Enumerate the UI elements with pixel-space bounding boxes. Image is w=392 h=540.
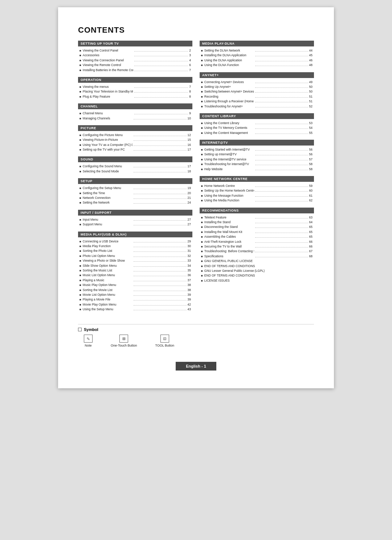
dots-separator	[255, 237, 308, 238]
bullet-icon: ■	[201, 152, 203, 157]
page-number: 46	[309, 58, 313, 63]
item-label: Sorting the Photo List	[83, 249, 132, 253]
symbol-item: ✎Note	[84, 335, 93, 347]
bullet-icon: ■	[201, 279, 203, 283]
toc-item: ■Switching between Anynet+ Devices50	[200, 89, 314, 94]
bullet-icon: ■	[79, 298, 81, 302]
dots-separator	[134, 51, 188, 52]
item-label: Specifications	[204, 254, 254, 259]
symbol-label: TOOL Button	[155, 344, 175, 347]
dots-separator	[134, 261, 187, 262]
toc-item: ■Channel Menu9	[78, 111, 192, 116]
symbol-item: ⊞One-Touch Button	[111, 335, 137, 347]
dots-separator	[255, 56, 308, 56]
page-number: 60	[309, 188, 313, 193]
bullet-icon: ■	[201, 254, 203, 259]
bullet-icon: ■	[201, 274, 203, 278]
dots-separator	[255, 165, 308, 165]
toc-item: ■Teletext Feature63	[200, 215, 314, 220]
bullet-icon: ■	[79, 116, 81, 121]
dots-separator	[255, 150, 308, 151]
page-number: 3	[189, 53, 191, 58]
symbol-icon: ⊡	[160, 335, 169, 343]
page-number: 44	[309, 48, 313, 53]
page-number: 50	[309, 89, 313, 94]
bullet-icon: ■	[201, 162, 203, 167]
dots-separator	[255, 61, 308, 61]
item-label: Using the Content Library	[204, 121, 254, 126]
dots-separator	[255, 196, 308, 197]
dots-separator	[134, 247, 187, 247]
item-label: Installing Batteries in the Remote Contr…	[83, 68, 133, 73]
dots-separator	[134, 61, 188, 61]
dots-separator	[134, 66, 188, 66]
bullet-icon: ■	[201, 216, 203, 220]
section-header: MEDIA PLAY(USB & DLNA)	[78, 232, 192, 237]
item-label: Anti-Theft Kensington Lock	[204, 240, 254, 244]
toc-item: ■Photo List Option Menu32	[78, 254, 192, 258]
section-items: ■Teletext Feature63■Installing the Stand…	[200, 214, 314, 284]
toc-item: ■Setting the Network24	[78, 200, 192, 205]
page-number: 51	[309, 94, 313, 99]
toc-item: ■Using the DLNA Application46	[200, 58, 314, 63]
bullet-icon: ■	[79, 254, 81, 258]
toc-item: ■Installing the Wall Mount Kit65	[200, 230, 314, 234]
symbol-section: Symbol ✎Note⊞One-Touch Button⊡TOOL Butto…	[78, 324, 314, 347]
bullet-icon: ■	[201, 264, 203, 269]
toc-item: ■Sorting the Music List35	[78, 268, 192, 273]
page-number: 66	[309, 240, 313, 244]
page-number: 34	[188, 263, 191, 268]
dots-separator	[134, 242, 187, 242]
toc-item: ■Assembling the Cables65	[200, 234, 314, 239]
page-title: CONTENTS	[78, 25, 314, 35]
section-header: INPUT / SUPPORT	[78, 210, 192, 216]
section-header: SETTING UP YOUR TV	[78, 41, 192, 46]
item-label: Configuring the Setup Menu	[83, 186, 132, 191]
bullet-icon: ■	[201, 259, 203, 263]
toc-item: ■Recording51	[200, 94, 314, 99]
bullet-icon: ■	[201, 220, 203, 225]
toc-section: ANYNET+■Connecting Anynet+ Devices49■Set…	[200, 72, 314, 110]
bullet-icon: ■	[201, 230, 203, 234]
item-label: Using the Internet@TV service	[204, 157, 254, 162]
toc-item: ■Anti-Theft Kensington Lock66	[200, 240, 314, 244]
toc-item: ■Network Connection21	[78, 196, 192, 200]
page-number: 39	[188, 297, 191, 302]
page-number: 9	[189, 111, 191, 116]
page-number: 6	[189, 63, 191, 68]
item-label: Teletext Feature	[204, 215, 254, 220]
toc-item: ■Setting Up Anynet+50	[200, 85, 314, 89]
toc-item: ■Listening through a Receiver (Home thea…	[200, 99, 314, 104]
dots-separator	[134, 136, 187, 136]
section-items: ■Configuring the Sound Menu17■Selecting …	[78, 163, 192, 175]
bullet-icon: ■	[79, 53, 81, 58]
item-label: Using the DLNA Function	[204, 63, 254, 68]
dots-separator	[134, 199, 187, 199]
toc-item: ■Installing the Stand64	[200, 220, 314, 225]
toc-item: ■GNU Lesser General Public License (LGPL…	[200, 269, 314, 273]
dots-separator	[255, 233, 308, 233]
item-label: Sorting the Music List	[83, 268, 132, 273]
item-label: Disconnecting the Stand	[204, 225, 254, 229]
toc-item: ■Setting Up the Home Network Centre60	[200, 188, 314, 193]
dots-separator	[255, 92, 308, 93]
bullet-icon: ■	[79, 95, 81, 99]
dots-separator	[134, 114, 188, 114]
page-number: 19	[188, 186, 191, 191]
bullet-icon: ■	[201, 85, 203, 89]
dots-separator	[134, 291, 187, 291]
item-label: Sorting the Movie List	[83, 288, 132, 292]
item-label: Setting the DLNA Network	[204, 48, 254, 53]
dots-separator	[255, 51, 308, 52]
toc-item: ■Setting the Time20	[78, 191, 192, 196]
item-label: Setting the Time	[83, 191, 132, 196]
page-number: 56	[309, 147, 313, 152]
toc-section: MEDIA PLAY(USB & DLNA)■Connecting a USB …	[78, 232, 192, 313]
symbol-icon: ⊞	[119, 335, 128, 343]
symbol-items: ✎Note⊞One-Touch Button⊡TOOL Button	[84, 335, 314, 347]
item-label: Viewing the Remote Control	[83, 63, 133, 68]
bullet-icon: ■	[79, 138, 81, 142]
bullet-icon: ■	[79, 186, 81, 191]
bullet-icon: ■	[201, 249, 203, 254]
toc-section: SOUND■Configuring the Sound Menu17■Selec…	[78, 156, 192, 175]
